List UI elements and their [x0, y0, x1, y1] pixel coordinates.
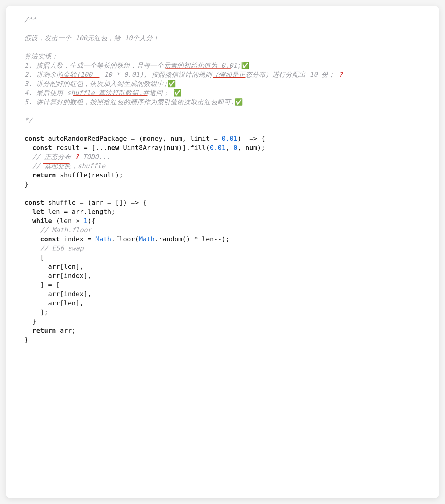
operator-eq: =	[214, 135, 218, 142]
fn-name: autoRandomRedPackage	[44, 135, 131, 142]
comment-step-3: 3. 讲分配好的红包，依次加入到生成的数组中;	[24, 80, 168, 87]
keyword-const: const	[24, 135, 44, 142]
brace: }	[24, 336, 28, 343]
keyword-return: return	[32, 171, 56, 179]
comment-es6-swap: // ES6 swap	[40, 244, 84, 252]
comment-open: /**	[24, 16, 36, 23]
swap-line: arr[index],	[40, 272, 91, 279]
swap-line: ];	[40, 308, 48, 316]
params-close: )	[237, 135, 249, 142]
keyword-while: while	[32, 217, 52, 225]
comment-math-floor: // Math.floor	[40, 226, 91, 234]
comment-step-4: 4. 最后使用 shuffle 算法打乱数组,并返回；	[24, 89, 173, 97]
brace: {	[139, 199, 147, 206]
comment-algo-title: 算法实现：	[24, 52, 58, 60]
spread: [...	[87, 144, 107, 151]
keyword-const: const	[24, 199, 44, 206]
number-literal: 0.01	[210, 144, 226, 151]
keyword-new: new	[107, 144, 119, 151]
check-icon: ✅	[241, 62, 249, 69]
math-class: Math	[139, 235, 155, 243]
brace: }	[24, 180, 28, 188]
comment-step-2: 2. 讲剩余的金额(100 - 10 * 0.01), 按照微信设计的规则（假如…	[24, 71, 339, 78]
comment-close: */	[24, 116, 32, 124]
keyword-return: return	[32, 327, 56, 334]
brace: }	[32, 318, 36, 325]
arrow: =>	[131, 199, 139, 206]
swap-line: arr[len],	[40, 263, 84, 270]
len-decl: len = arr.length;	[44, 208, 115, 215]
swap-line: ] = [	[40, 281, 60, 289]
params: (money, num, limit	[135, 135, 214, 142]
arrow: =>	[249, 135, 257, 142]
comment-todo: TODO...	[79, 153, 111, 161]
code-block: /** 假设，发出一个 100元红包，给 10个人分！ 算法实现： 1. 按照人…	[24, 15, 421, 344]
fn-name: shuffle	[44, 199, 80, 206]
swap-line: [	[40, 254, 44, 261]
swap-line: arr[index],	[40, 290, 91, 298]
question-mark-icon: ?	[75, 153, 79, 161]
check-icon: ✅	[173, 89, 182, 97]
comment-shuffle: // 就地交换，shuffle	[32, 162, 105, 170]
comment-step-1: 1. 按照人数，生成一个等长的数组，且每一个元素的初始化值为 0.01;	[24, 62, 241, 69]
operator-eq: =	[107, 199, 111, 206]
check-icon: ✅	[235, 98, 243, 106]
return-expr: arr;	[56, 327, 76, 334]
comment-normal-dist: // 正态分布	[32, 153, 75, 161]
question-mark-icon: ?	[339, 71, 343, 78]
params: (arr	[84, 199, 107, 206]
uint8array-fill: Uint8Array(num)].fill(	[119, 144, 210, 151]
number-literal: 1	[84, 217, 87, 225]
comment-assume: 假设，发出一个 100元红包，给 10个人分！	[24, 34, 159, 42]
brace: {	[257, 135, 265, 142]
operator-eq: =	[80, 199, 84, 206]
var-result: result	[52, 144, 84, 151]
operator-eq: =	[131, 135, 135, 142]
keyword-const: const	[32, 144, 52, 151]
keyword-let: let	[32, 208, 44, 215]
number-literal: 0	[233, 144, 237, 151]
return-expr: shuffle(result);	[56, 171, 123, 179]
swap-line: arr[len],	[40, 299, 84, 307]
operator-eq: =	[84, 144, 87, 151]
index-decl: index =	[60, 235, 96, 243]
check-icon: ✅	[168, 80, 176, 87]
comment-step-5: 5. 讲计算好的数组，按照抢红包的顺序作为索引值依次取出红包即可.	[24, 98, 235, 106]
keyword-const: const	[40, 235, 60, 243]
code-card: /** 假设，发出一个 100元红包，给 10个人分！ 算法实现： 1. 按照人…	[6, 6, 439, 498]
math-class: Math	[95, 235, 111, 243]
number-literal: 0.01	[222, 135, 237, 142]
